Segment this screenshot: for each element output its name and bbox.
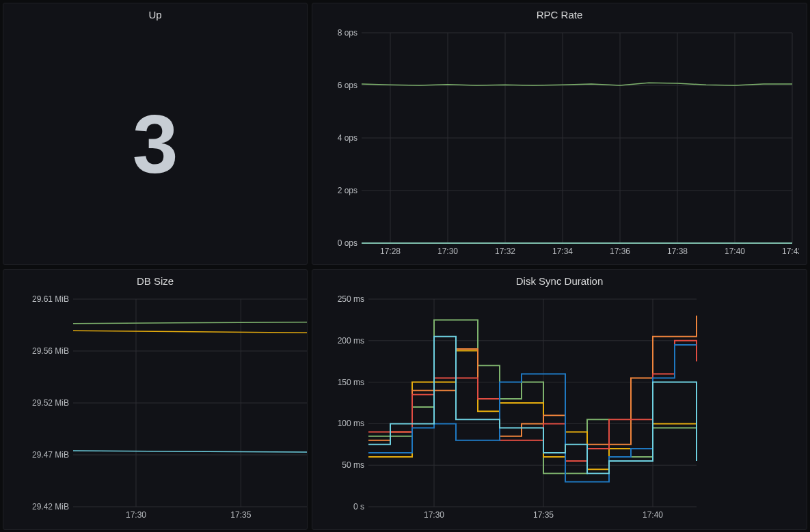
svg-text:17:35: 17:35	[230, 510, 251, 520]
db-yellow	[73, 331, 308, 333]
svg-text:17:30: 17:30	[424, 510, 444, 520]
rpc-green	[362, 83, 792, 85]
svg-text:17:30: 17:30	[126, 510, 146, 520]
svg-text:29.47 MiB: 29.47 MiB	[32, 450, 69, 460]
panel-disk-sync[interactable]: Disk Sync Duration 0 s50 ms100 ms150 ms2…	[312, 269, 807, 530]
svg-text:17:36: 17:36	[610, 247, 630, 256]
up-value: 3	[133, 97, 178, 191]
svg-text:6 ops: 6 ops	[338, 81, 357, 90]
svg-text:17:30: 17:30	[437, 247, 458, 256]
panel-up-body: 3	[3, 23, 307, 264]
panel-up-title: Up	[3, 3, 307, 23]
db-green	[73, 322, 308, 324]
svg-text:100 ms: 100 ms	[338, 419, 364, 428]
panel-db-size[interactable]: DB Size 29.42 MiB29.47 MiB29.52 MiB29.56…	[3, 269, 308, 530]
svg-text:17:34: 17:34	[552, 247, 573, 256]
svg-text:17:32: 17:32	[495, 247, 515, 256]
disk-lightblue	[368, 337, 697, 474]
svg-text:4 ops: 4 ops	[338, 133, 357, 143]
panel-disk-title: Disk Sync Duration	[312, 270, 807, 290]
svg-text:0 s: 0 s	[353, 502, 364, 512]
panel-rpc-chart: 0 ops2 ops4 ops6 ops8 ops17:2817:3017:32…	[312, 23, 807, 264]
svg-text:17:35: 17:35	[533, 510, 554, 520]
disk-green	[368, 320, 697, 473]
panel-db-chart: 29.42 MiB29.47 MiB29.52 MiB29.56 MiB29.6…	[3, 290, 307, 529]
svg-text:29.56 MiB: 29.56 MiB	[32, 346, 69, 356]
svg-text:17:40: 17:40	[725, 247, 745, 256]
svg-text:50 ms: 50 ms	[342, 460, 364, 470]
disk-orange	[368, 316, 697, 461]
panel-disk-chart: 0 s50 ms100 ms150 ms200 ms250 ms17:3017:…	[312, 290, 807, 529]
svg-text:250 ms: 250 ms	[338, 294, 364, 304]
svg-text:17:42: 17:42	[782, 247, 799, 256]
svg-text:150 ms: 150 ms	[338, 378, 364, 387]
svg-text:29.61 MiB: 29.61 MiB	[32, 294, 69, 304]
panel-rpc-title: RPC Rate	[312, 3, 807, 23]
panel-up[interactable]: Up 3	[3, 3, 308, 265]
disk-red	[368, 341, 697, 461]
svg-text:17:40: 17:40	[643, 510, 663, 520]
db-lightblue	[73, 451, 308, 453]
svg-text:2 ops: 2 ops	[338, 186, 357, 195]
svg-text:17:28: 17:28	[380, 247, 401, 256]
svg-text:29.42 MiB: 29.42 MiB	[32, 502, 69, 512]
svg-text:0 ops: 0 ops	[338, 238, 357, 248]
svg-text:200 ms: 200 ms	[338, 336, 364, 346]
svg-text:8 ops: 8 ops	[338, 28, 357, 38]
panel-db-title: DB Size	[3, 270, 307, 290]
panel-rpc-rate[interactable]: RPC Rate 0 ops2 ops4 ops6 ops8 ops17:281…	[312, 3, 807, 265]
svg-text:29.52 MiB: 29.52 MiB	[32, 398, 69, 408]
svg-text:17:38: 17:38	[667, 247, 688, 256]
disk-yellow	[368, 350, 697, 469]
